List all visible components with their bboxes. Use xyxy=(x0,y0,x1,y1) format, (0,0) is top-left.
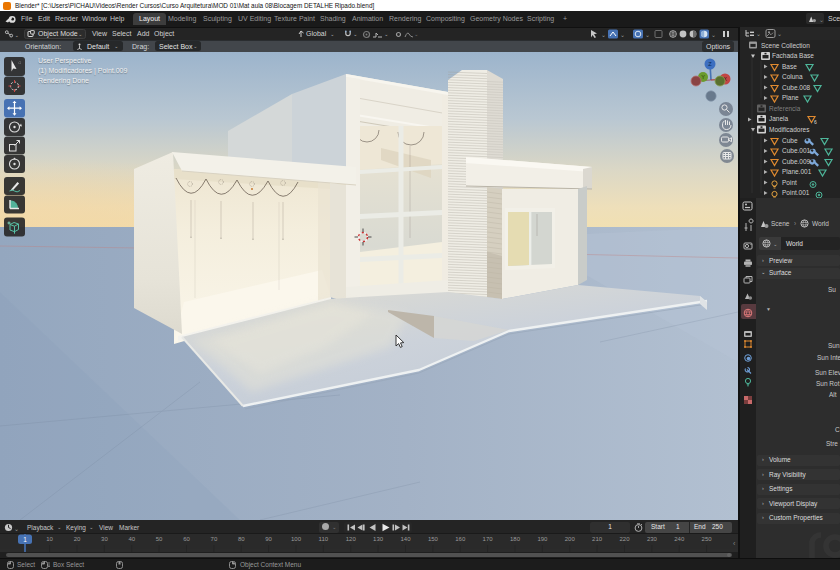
svg-text:⌄: ⌄ xyxy=(15,32,20,38)
svg-text:⌄: ⌄ xyxy=(711,32,716,38)
svg-text:Y: Y xyxy=(701,74,705,80)
svg-text:6: 6 xyxy=(814,119,817,125)
svg-text:⌄: ⌄ xyxy=(14,526,19,532)
svg-text:⌄: ⌄ xyxy=(756,31,761,37)
svg-text:⌄: ⌄ xyxy=(645,32,650,38)
svg-text:‹: ‹ xyxy=(733,540,736,547)
svg-text:⌄: ⌄ xyxy=(601,32,606,38)
svg-text:⌄: ⌄ xyxy=(777,31,782,37)
svg-text:⌄: ⌄ xyxy=(620,32,625,38)
svg-text:1: 1 xyxy=(23,536,27,543)
